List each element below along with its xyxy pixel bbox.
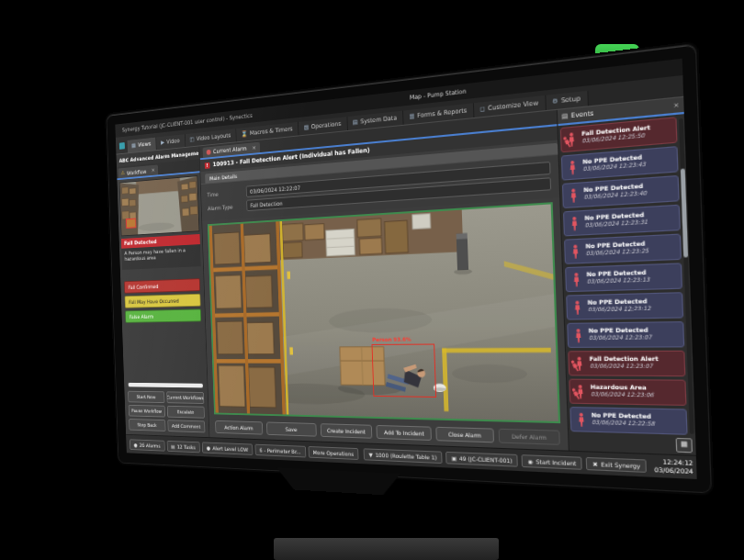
close-icon[interactable]: × — [152, 167, 155, 174]
action-button[interactable]: Close Alarm — [436, 427, 495, 443]
camera-video-view[interactable]: Person 93.6% — [208, 202, 560, 423]
triage-button[interactable]: Fall Confirmed — [124, 278, 200, 294]
status-button[interactable]: ● 26 Alarms — [130, 439, 164, 451]
forms-reports-icon: ▥ — [409, 112, 414, 120]
workflow-button[interactable]: Current Workflows — [166, 391, 204, 404]
monitor-base — [274, 538, 499, 560]
person-icon — [569, 272, 584, 287]
event-card[interactable]: Fall Detection Alert 03/06/2024 12:23:07 — [568, 351, 685, 376]
status-date: 03/06/2024 — [654, 466, 693, 476]
tab-workflow[interactable]: ⚠ Workflow × — [118, 164, 158, 178]
event-card[interactable]: Hazardous Area 03/06/2024 12:23:06 — [569, 379, 686, 406]
keyboard-icon[interactable]: ▦ — [676, 438, 693, 453]
action-button[interactable]: Action Alarm — [215, 420, 263, 435]
status-button[interactable]: ● Alert Level LOW — [202, 442, 254, 454]
workflow-tab-label: Workflow — [127, 168, 146, 175]
monitor-icon: ▣ — [451, 454, 457, 461]
status-button[interactable]: ▣ 49 (JC-CLIENT-001) — [445, 451, 518, 466]
incident-icon: ◉ — [527, 457, 533, 465]
action-button[interactable]: Save — [266, 421, 317, 436]
system-data-icon: ▤ — [353, 118, 358, 127]
camera-thumbnail[interactable] — [119, 175, 200, 236]
monitor-bezel: Synergy Tutorial (JC-CLIENT-001 user con… — [106, 43, 712, 494]
event-time: 03/06/2024 12:23:07 — [590, 363, 681, 369]
person-icon — [571, 328, 586, 342]
status-button[interactable]: More Operations — [308, 445, 359, 459]
workflow-button-label: Current Workflows — [166, 395, 203, 400]
events-panel: ▤ Events × Fall Detection Alert — [557, 97, 696, 455]
workflow-button[interactable]: Pause Workflow — [129, 405, 165, 418]
close-icon[interactable]: × — [673, 101, 680, 110]
action-button-label: Action Alarm — [224, 424, 254, 431]
action-button[interactable]: Add To Incident — [377, 425, 432, 441]
alarm-icon: ! — [205, 162, 210, 168]
status-button-label: 6 - Perimeter Br... — [259, 446, 300, 454]
ribbon-tab-label: Video Layouts — [197, 132, 231, 142]
event-card[interactable]: No PPE Detected 03/06/2024 12:23:40 — [562, 175, 680, 208]
event-time: 03/06/2024 12:23:12 — [588, 305, 679, 313]
action-button-label: Close Alarm — [448, 431, 481, 438]
event-card[interactable]: No PPE Detected 03/06/2024 12:23:43 — [561, 146, 679, 181]
action-button[interactable]: Create Incident — [320, 423, 372, 439]
ribbon-tab-label: Macros & Timers — [250, 125, 293, 137]
tasks-icon: ▤ — [171, 442, 175, 449]
ribbon-tab-label: System Data — [360, 114, 397, 125]
workflow-button-label: Step Back — [137, 422, 156, 428]
status-button[interactable]: 6 - Perimeter Br... — [254, 443, 306, 457]
app-window: Synergy Tutorial (JC-CLIENT-001 user con… — [115, 59, 696, 479]
status-button[interactable]: ◉ Start Incident — [522, 454, 582, 470]
ribbon-tab-label: Operations — [311, 120, 342, 130]
close-icon[interactable]: × — [252, 144, 256, 151]
triage-button-label: False Alarm — [130, 313, 154, 319]
warning-icon: ⚠ — [120, 170, 125, 177]
setup-icon: ⚙ — [552, 97, 558, 106]
person-icon — [564, 131, 579, 148]
person-icon — [574, 412, 589, 428]
operations-icon: ▧ — [304, 124, 310, 131]
event-card[interactable]: No PPE Detected 03/06/2024 12:23:07 — [567, 321, 684, 348]
ribbon-tab-label: Views — [138, 140, 152, 149]
ribbon-tab-label: Customize View — [488, 99, 538, 112]
thumbnail-warehouse-scene — [120, 176, 199, 235]
workflow-button[interactable]: Start New — [128, 391, 164, 403]
detection-bounding-box: Person 93.6% — [372, 344, 437, 398]
status-button[interactable]: ▤ 12 Tasks — [166, 440, 199, 452]
event-card[interactable]: No PPE Detected 03/06/2024 12:23:12 — [566, 292, 683, 319]
status-button[interactable]: ▼ 1000 (Roulette Table 1) — [364, 448, 443, 464]
ribbon-tab-label: Setup — [561, 95, 581, 105]
macros-timers-icon: ⌛ — [242, 130, 248, 138]
status-left-group: ● 26 Alarms ▤ 12 Tasks ● Alert Level LOW… — [130, 439, 359, 460]
event-card[interactable]: No PPE Detected 03/06/2024 12:23:13 — [565, 263, 682, 292]
bell-icon — [207, 150, 211, 155]
detection-label: Person 93.6% — [372, 337, 411, 342]
event-card[interactable]: No PPE Detected 03/06/2024 12:23:31 — [563, 205, 681, 237]
action-button[interactable]: Defer Alarm — [499, 429, 560, 445]
status-button-label: Start Incident — [535, 457, 576, 465]
person-icon — [568, 216, 582, 231]
events-icon: ▤ — [561, 112, 568, 120]
triage-button[interactable]: Fall May Have Occurred — [125, 294, 201, 308]
event-title: Hazardous Area — [591, 383, 682, 391]
active-view-title: Map - Pump Station — [410, 87, 467, 101]
workflow-progress-bar — [129, 383, 203, 388]
workflow-button[interactable]: Add Comment — [167, 420, 205, 432]
triage-button[interactable]: False Alarm — [125, 308, 201, 322]
status-button-label: 12 Tasks — [177, 443, 196, 450]
person-icon — [565, 159, 580, 175]
workflow-button[interactable]: Escalate — [166, 406, 204, 419]
event-title: Fall Detection Alert — [590, 354, 681, 362]
event-time: 03/06/2024 12:22:58 — [592, 420, 683, 428]
workflow-button[interactable]: Step Back — [129, 419, 165, 431]
monitor-stand — [276, 467, 400, 496]
video-icon: ▶ — [161, 139, 164, 146]
event-card[interactable]: No PPE Detected 03/06/2024 12:23:25 — [564, 234, 682, 264]
action-button-label: Create Incident — [327, 427, 366, 434]
person-icon — [569, 243, 583, 259]
alarm-detail-area: Current Alarm × ! 100913 - Fall Detectio… — [199, 110, 568, 451]
workflow-button-label: Pause Workflow — [131, 409, 162, 414]
event-card[interactable]: No PPE Detected 03/06/2024 12:22:58 — [569, 407, 687, 435]
status-button-label: Exit Synergy — [601, 460, 640, 469]
alert-level-icon: ● — [207, 444, 210, 451]
status-button[interactable]: ✖ Exit Synergy — [586, 456, 647, 472]
current-alarm-tab-label: Current Alarm — [213, 145, 247, 155]
